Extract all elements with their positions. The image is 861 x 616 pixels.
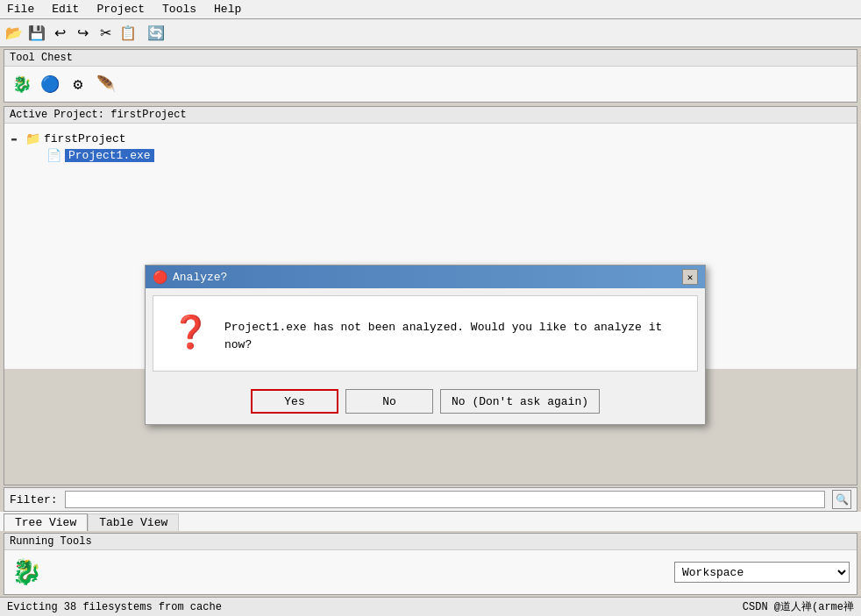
- running-dragon-icon: 🐉: [11, 557, 42, 587]
- dialog-message: Project1.exe has not been analyzed. Woul…: [224, 314, 680, 353]
- analyze-dialog: 🔴 Analyze? ✕ ❓ Project1.exe has not been…: [145, 265, 706, 425]
- toolbar-cut[interactable]: ✂: [95, 23, 116, 44]
- workspace-select: Workspace: [674, 562, 850, 583]
- tab-tree-view[interactable]: Tree View: [4, 513, 88, 531]
- status-right: CSDN @道人禅(arme禅: [743, 599, 854, 614]
- filter-search-button[interactable]: 🔍: [832, 490, 851, 509]
- running-tools-panel: Running Tools 🐉 Workspace: [4, 533, 857, 595]
- dialog-title-text: Analyze?: [173, 271, 227, 284]
- dialog-question-icon: ❓: [171, 314, 210, 352]
- menu-tools[interactable]: Tools: [159, 3, 200, 16]
- tool-icons: 🐉 🔵 ⚙️ 🪶: [8, 70, 853, 98]
- dialog-buttons: Yes No No (Don't ask again): [146, 379, 705, 424]
- running-tools-content: 🐉 Workspace: [4, 550, 857, 594]
- dialog-overlay: 🔴 Analyze? ✕ ❓ Project1.exe has not been…: [4, 107, 857, 485]
- dialog-title-icon: 🔴: [153, 270, 167, 285]
- menu-edit[interactable]: Edit: [48, 3, 82, 16]
- filter-bar: Filter: 🔍: [4, 487, 857, 512]
- dialog-no-ask-button[interactable]: No (Don't ask again): [440, 389, 600, 414]
- toolbar-open[interactable]: 📂: [4, 23, 25, 44]
- tab-table-view[interactable]: Table View: [88, 513, 179, 531]
- main-area: Tool Chest 🐉 🔵 ⚙️ 🪶 Active Project: firs…: [0, 47, 861, 597]
- running-tools-header: Running Tools: [4, 534, 857, 550]
- active-project-panel: Active Project: firstProject ▬ 📁 firstPr…: [4, 106, 857, 485]
- tool-dragon-icon[interactable]: 🐉: [10, 72, 34, 96]
- status-bar: Evicting 38 filesystems from cache CSDN …: [0, 597, 861, 616]
- tool-chest-panel: Tool Chest 🐉 🔵 ⚙️ 🪶: [4, 49, 857, 103]
- dialog-yes-button[interactable]: Yes: [251, 389, 338, 414]
- tool-chest-content: 🐉 🔵 ⚙️ 🪶: [4, 67, 857, 102]
- tool-blue-icon[interactable]: 🔵: [38, 72, 62, 96]
- menu-help[interactable]: Help: [210, 3, 245, 16]
- toolbar-refresh[interactable]: 🔄: [146, 23, 167, 44]
- toolbar: 📂 💾 ↩ ↪ ✂ 📋 🔄: [0, 19, 861, 47]
- dialog-title-left: 🔴 Analyze?: [153, 270, 227, 285]
- filter-label: Filter:: [10, 493, 58, 506]
- toolbar-redo[interactable]: ↪: [72, 23, 93, 44]
- view-tabs: Tree View Table View: [0, 512, 861, 531]
- menu-file[interactable]: File: [4, 3, 38, 16]
- tool-feather-icon[interactable]: 🪶: [94, 72, 118, 96]
- toolbar-undo[interactable]: ↩: [49, 23, 70, 44]
- dialog-title-bar: 🔴 Analyze? ✕: [146, 266, 705, 288]
- dialog-body: ❓ Project1.exe has not been analyzed. Wo…: [153, 295, 698, 372]
- workspace-dropdown[interactable]: Workspace: [674, 562, 850, 583]
- menu-project[interactable]: Project: [93, 3, 148, 16]
- dialog-no-button[interactable]: No: [345, 389, 433, 414]
- menu-bar: File Edit Project Tools Help: [0, 0, 861, 19]
- toolbar-copy[interactable]: 📋: [117, 23, 139, 44]
- tool-gear-icon[interactable]: ⚙️: [66, 72, 90, 96]
- status-left: Evicting 38 filesystems from cache: [7, 601, 222, 613]
- toolbar-save[interactable]: 💾: [26, 23, 47, 44]
- dialog-close-button[interactable]: ✕: [682, 269, 698, 285]
- filter-input[interactable]: [65, 491, 825, 508]
- tool-chest-header: Tool Chest: [4, 50, 857, 67]
